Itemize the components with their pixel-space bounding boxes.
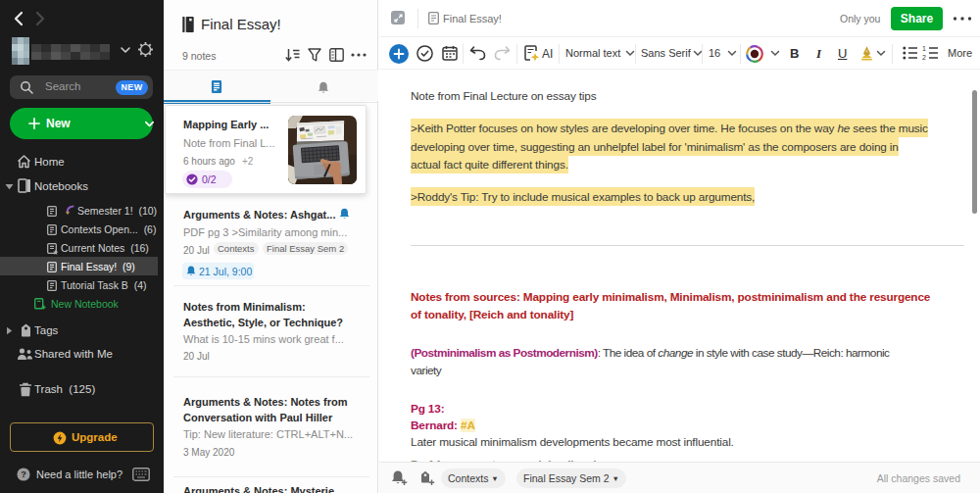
svg-text:?: ? (21, 469, 26, 479)
svg-text:1: 1 (922, 45, 926, 52)
svg-text:2: 2 (922, 54, 926, 61)
